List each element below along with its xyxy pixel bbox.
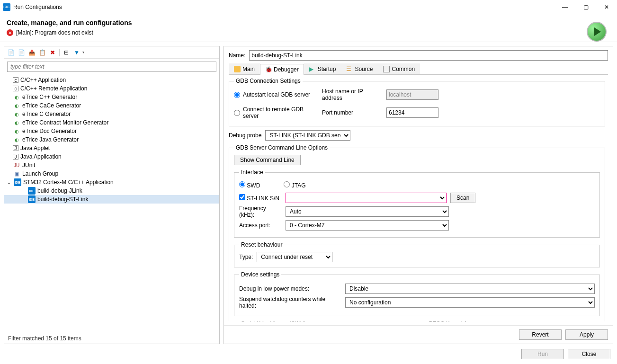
watchdog-label: Suspend watchdog counters while halted: xyxy=(239,296,342,309)
tree-toolbar: 📄 📄 📤 📋 ✖ ⊟ ▼ ▾ xyxy=(4,46,219,59)
form-scroll-area[interactable]: GDB Connection Settings Autostart local … xyxy=(229,78,608,321)
gdb-connection-fieldset: GDB Connection Settings Autostart local … xyxy=(229,78,605,126)
generator-icon: ◐ xyxy=(13,110,20,118)
tree-item-etrice-c[interactable]: ◐eTrice C Generator xyxy=(4,110,219,118)
tree-item-java-applet[interactable]: JJava Applet xyxy=(4,144,219,152)
common-tab-icon xyxy=(383,66,390,72)
tree-item-stlink[interactable]: IDEbuild-debug-ST-Link xyxy=(4,195,219,204)
access-port-label: Access port: xyxy=(239,222,282,229)
cmdline-legend: GDB Server Command Line Options xyxy=(234,144,330,151)
name-input[interactable] xyxy=(249,50,608,61)
minimize-button[interactable]: — xyxy=(554,0,575,14)
close-button[interactable]: Close xyxy=(568,349,610,359)
tab-common[interactable]: Common xyxy=(378,63,420,74)
app-icon: IDE xyxy=(3,3,10,11)
apply-button[interactable]: Apply xyxy=(565,329,608,340)
titlebar: IDE Run Configurations — ▢ ✕ xyxy=(0,0,617,14)
tree-item-java-app[interactable]: JJava Application xyxy=(4,152,219,161)
tab-startup[interactable]: ▶Startup xyxy=(304,63,341,74)
error-icon: ✕ xyxy=(7,29,13,36)
swv-fieldset: Serial Wire Viewer (SWV) Enable xyxy=(234,320,412,321)
filter-status: Filter matched 15 of 15 items xyxy=(4,333,219,344)
tree-item-etrice-contract[interactable]: ◐eTrice Contract Monitor Generator xyxy=(4,118,219,127)
export-button[interactable]: 📤 xyxy=(27,48,36,57)
java-app-icon: J xyxy=(13,154,18,160)
tree-item-launch-group[interactable]: ▣Launch Group xyxy=(4,169,219,178)
tree-item-c-app[interactable]: cC/C++ Application xyxy=(4,76,219,84)
generator-icon: ◐ xyxy=(13,102,20,109)
rtos-fieldset: RTOS Kernel Awareness Enable RTOS Proxy xyxy=(422,320,600,321)
generator-icon: ◐ xyxy=(13,127,20,135)
swv-legend: Serial Wire Viewer (SWV) xyxy=(239,320,308,321)
jtag-radio[interactable]: JTAG xyxy=(284,181,305,189)
interface-legend: Interface xyxy=(239,169,265,176)
sn-checkbox[interactable]: ST-LINK S/N xyxy=(239,194,282,202)
startup-tab-icon: ▶ xyxy=(309,66,316,72)
show-cmdline-button[interactable]: Show Command Line xyxy=(234,155,301,165)
separator xyxy=(59,49,60,56)
reset-legend: Reset behaviour xyxy=(239,241,284,248)
filter-button[interactable]: ▼ xyxy=(72,48,81,57)
launch-group-icon: ▣ xyxy=(13,170,20,178)
device-legend: Device settings xyxy=(239,271,281,278)
tree-item-etrice-doc[interactable]: ◐eTrice Doc Generator xyxy=(4,127,219,135)
port-input[interactable] xyxy=(386,107,438,118)
autostart-radio[interactable]: Autostart local GDB server xyxy=(234,91,319,98)
tree-item-etrice-cpp[interactable]: ◐eTrice C++ Generator xyxy=(4,93,219,101)
expand-all-button[interactable]: ⊟ xyxy=(62,48,71,57)
sn-input[interactable] xyxy=(286,193,447,203)
low-power-label: Debug in low power modes: xyxy=(239,285,342,292)
tree-filter-input[interactable] xyxy=(7,62,216,72)
c-app-icon: c xyxy=(13,77,18,83)
collapse-icon[interactable]: ⌄ xyxy=(6,179,12,186)
low-power-select[interactable]: Disable xyxy=(345,284,595,294)
dialog-header: Create, manage, and run configurations ✕… xyxy=(0,14,617,39)
ide-icon: IDE xyxy=(14,178,21,186)
interface-fieldset: Interface SWD JTAG ST-LINK S/N Scan Freq… xyxy=(234,169,600,238)
rtos-legend: RTOS Kernel Awareness xyxy=(427,320,494,321)
duplicate-button[interactable]: 📋 xyxy=(37,48,47,57)
tab-main[interactable]: Main xyxy=(229,63,260,74)
tree-item-junit[interactable]: JUJUnit xyxy=(4,161,219,169)
freq-label: Frequency (kHz): xyxy=(239,205,282,218)
run-button: Run xyxy=(521,349,564,359)
watchdog-select[interactable]: No configuration xyxy=(345,297,595,308)
tree-item-c-remote[interactable]: cC/C++ Remote Application xyxy=(4,84,219,93)
probe-label: Debug probe xyxy=(229,132,261,139)
scan-button[interactable]: Scan xyxy=(450,193,475,203)
connect-remote-radio[interactable]: Connect to remote GDB server xyxy=(234,106,319,119)
reset-type-select[interactable]: Connect under reset xyxy=(257,252,332,262)
freq-select[interactable]: Auto xyxy=(286,206,449,217)
name-label: Name: xyxy=(229,52,245,59)
junit-icon: JU xyxy=(13,161,20,169)
config-tree-panel: 📄 📄 📤 📋 ✖ ⊟ ▼ ▾ cC/C++ Application cC/C+… xyxy=(4,46,220,344)
host-input xyxy=(386,89,438,100)
applet-icon: J xyxy=(13,145,18,151)
generator-icon: ◐ xyxy=(13,119,20,126)
config-tree[interactable]: cC/C++ Application cC/C++ Remote Applica… xyxy=(4,75,219,333)
dialog-footer: Run Close xyxy=(0,344,617,364)
tree-item-stm32[interactable]: ⌄IDESTM32 Cortex-M C/C++ Application xyxy=(4,178,219,186)
run-graphic-icon xyxy=(587,22,607,42)
tab-bar: Main 🐞Debugger ▶Startup ☰Source Common xyxy=(229,63,608,75)
delete-button[interactable]: ✖ xyxy=(48,48,57,57)
tree-item-etrice-java[interactable]: ◐eTrice Java Generator xyxy=(4,135,219,144)
tab-source[interactable]: ☰Source xyxy=(341,63,378,74)
close-window-button[interactable]: ✕ xyxy=(596,0,617,14)
tree-item-etrice-cace[interactable]: ◐eTrice CaCe Generator xyxy=(4,101,219,110)
reset-fieldset: Reset behaviour Type: Connect under rese… xyxy=(234,241,600,267)
probe-select[interactable]: ST-LINK (ST-LINK GDB server) xyxy=(265,130,350,141)
maximize-button[interactable]: ▢ xyxy=(575,0,596,14)
access-port-select[interactable]: 0 - Cortex-M7 xyxy=(286,220,449,231)
tree-item-jlink[interactable]: IDEbuild-debug-JLink xyxy=(4,186,219,195)
dialog-title: Create, manage, and run configurations xyxy=(7,19,610,27)
port-label: Port number xyxy=(322,109,384,116)
tab-debugger[interactable]: 🐞Debugger xyxy=(260,64,304,75)
new-config-button[interactable]: 📄 xyxy=(6,48,16,57)
swd-radio[interactable]: SWD xyxy=(239,181,260,189)
new-proto-button[interactable]: 📄 xyxy=(17,48,26,57)
debugger-tab-icon: 🐞 xyxy=(265,66,272,73)
filter-dropdown-icon[interactable]: ▾ xyxy=(82,50,84,54)
revert-button[interactable]: Revert xyxy=(519,329,562,340)
error-line: ✕ [Main]: Program does not exist xyxy=(7,29,610,36)
